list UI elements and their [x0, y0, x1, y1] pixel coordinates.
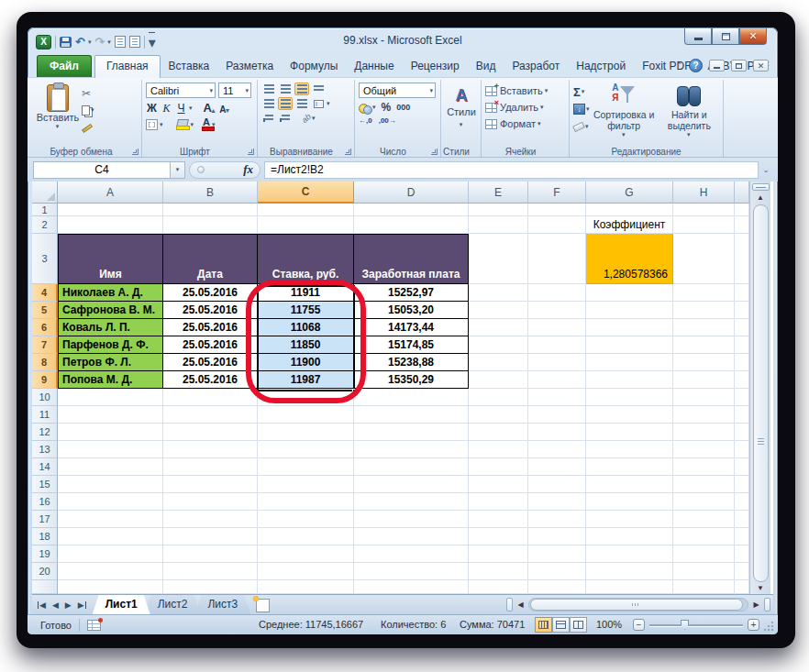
clear-button[interactable]: ▾: [573, 119, 590, 134]
cell-C8[interactable]: 11900: [258, 354, 354, 371]
cell-C3[interactable]: Ставка, руб.: [258, 234, 354, 284]
bold-button[interactable]: Ж: [146, 101, 158, 115]
cell-F15[interactable]: [528, 476, 586, 493]
cell-H15[interactable]: [673, 476, 735, 493]
cell-C12[interactable]: [258, 424, 354, 441]
cell-F2[interactable]: [528, 216, 586, 234]
row-header-1[interactable]: 1: [32, 204, 58, 216]
cell-A14[interactable]: [58, 458, 163, 476]
cell-C7[interactable]: 11850: [258, 336, 354, 354]
fill-color-icon[interactable]: [176, 119, 189, 130]
cell-B15[interactable]: [163, 476, 258, 493]
dialog-launcher-icon[interactable]: [431, 149, 438, 155]
cell-B7[interactable]: 25.05.2016: [163, 336, 258, 354]
cell-F20[interactable]: [528, 563, 586, 580]
minimize-ribbon-icon[interactable]: ⌃: [676, 61, 682, 70]
cell-G10[interactable]: [586, 389, 673, 406]
cell-D13[interactable]: [354, 441, 469, 458]
cell-B18[interactable]: [163, 528, 258, 545]
cell-H6[interactable]: [673, 319, 735, 336]
grow-font-button[interactable]: А▲: [204, 101, 216, 115]
cell-C15[interactable]: [258, 476, 354, 493]
first-sheet-icon[interactable]: ◀: [38, 600, 46, 610]
cell-B11[interactable]: [163, 406, 258, 424]
insert-worksheet-icon[interactable]: [252, 595, 276, 614]
align-center-icon[interactable]: [278, 97, 293, 110]
cell-E6[interactable]: [469, 319, 528, 336]
cell-H2[interactable]: [673, 216, 735, 234]
row-header-13[interactable]: 13: [32, 441, 58, 458]
cell-E8[interactable]: [469, 354, 528, 371]
column-header-H[interactable]: H: [673, 182, 735, 204]
cell-A19[interactable]: [58, 545, 163, 563]
cell-E19[interactable]: [469, 545, 528, 563]
scroll-right-icon[interactable]: ▶: [748, 598, 764, 611]
tab-file[interactable]: Файл: [37, 55, 92, 77]
italic-button[interactable]: К: [161, 101, 172, 115]
insert-function-icon[interactable]: fx: [243, 162, 253, 177]
cell-A5[interactable]: Сафронова В. М.: [58, 302, 163, 319]
row-header-4[interactable]: 4: [32, 284, 58, 302]
column-header-D[interactable]: D: [354, 182, 469, 204]
fill-button[interactable]: ↓▾: [573, 102, 590, 116]
cell-G3[interactable]: 1,280578366: [586, 234, 673, 284]
horizontal-scroll-track[interactable]: [528, 598, 748, 611]
cell-H[interactable]: [673, 580, 735, 594]
tab-Данные[interactable]: Данные: [346, 56, 402, 77]
cell-A1[interactable]: [58, 204, 163, 216]
cell-E9[interactable]: [469, 371, 528, 389]
cell-B3[interactable]: Дата: [163, 234, 258, 284]
cell-C11[interactable]: [258, 406, 354, 424]
cell-C5[interactable]: 11755: [258, 302, 354, 319]
align-right-icon[interactable]: [294, 97, 309, 110]
cell-C20[interactable]: [258, 563, 354, 580]
cell-D9[interactable]: 15350,29: [354, 371, 469, 389]
tab-Главная[interactable]: Главная: [94, 55, 161, 78]
workbook-minimize-icon[interactable]: [709, 60, 725, 72]
cell-C16[interactable]: [258, 493, 354, 511]
cell-D19[interactable]: [354, 545, 469, 563]
formula-input[interactable]: =Лист2!B2: [264, 161, 759, 179]
cell-F13[interactable]: [528, 441, 586, 458]
copy-icon[interactable]: [82, 105, 90, 116]
tab-Надстрой[interactable]: Надстрой: [568, 56, 634, 77]
cell-G12[interactable]: [586, 424, 673, 441]
tab-Рецензир[interactable]: Рецензир: [403, 56, 468, 77]
zoom-slider-thumb[interactable]: [681, 620, 689, 630]
cell-F[interactable]: [528, 580, 586, 594]
cell-G5[interactable]: [586, 302, 673, 319]
name-box[interactable]: C4: [33, 161, 171, 179]
shrink-font-button[interactable]: А▼: [219, 101, 231, 115]
cell-D[interactable]: [354, 580, 469, 594]
comma-style-button[interactable]: 000: [396, 103, 410, 112]
row-header-2[interactable]: 2: [32, 216, 58, 234]
vertical-scrollbar[interactable]: ▲ ▼: [749, 182, 770, 594]
cell-G15[interactable]: [586, 476, 673, 493]
dialog-launcher-icon[interactable]: [345, 149, 351, 155]
cell-D8[interactable]: 15238,88: [354, 354, 469, 371]
cell-H11[interactable]: [673, 406, 735, 424]
column-header-C[interactable]: C: [258, 182, 354, 204]
page-layout-view-icon[interactable]: [552, 617, 570, 633]
cell-F7[interactable]: [528, 336, 586, 354]
cell-F19[interactable]: [528, 545, 586, 563]
cell-D20[interactable]: [354, 563, 469, 580]
insert-cells-button[interactable]: Вставить▾: [485, 83, 566, 99]
cell-A2[interactable]: [58, 216, 163, 234]
row-header-7[interactable]: 7: [32, 336, 58, 354]
next-sheet-icon[interactable]: ▶: [65, 600, 72, 610]
cell-B9[interactable]: 25.05.2016: [163, 371, 258, 389]
cell-E3[interactable]: [469, 234, 528, 284]
cell-C17[interactable]: [258, 511, 354, 528]
sheet-tab-Лист3[interactable]: Лист3: [194, 595, 250, 614]
row-header-11[interactable]: 11: [32, 406, 58, 424]
horizontal-scroll-thumb[interactable]: [530, 599, 743, 611]
font-family-select[interactable]: Calibri▾: [146, 83, 216, 98]
cell-D1[interactable]: [354, 204, 469, 216]
row-header-14[interactable]: 14: [32, 458, 58, 476]
wrap-text-icon[interactable]: [311, 83, 326, 95]
cell-B[interactable]: [163, 580, 258, 594]
cell-D18[interactable]: [354, 528, 469, 545]
cell-G4[interactable]: [586, 284, 673, 302]
restore-button[interactable]: [712, 28, 739, 45]
